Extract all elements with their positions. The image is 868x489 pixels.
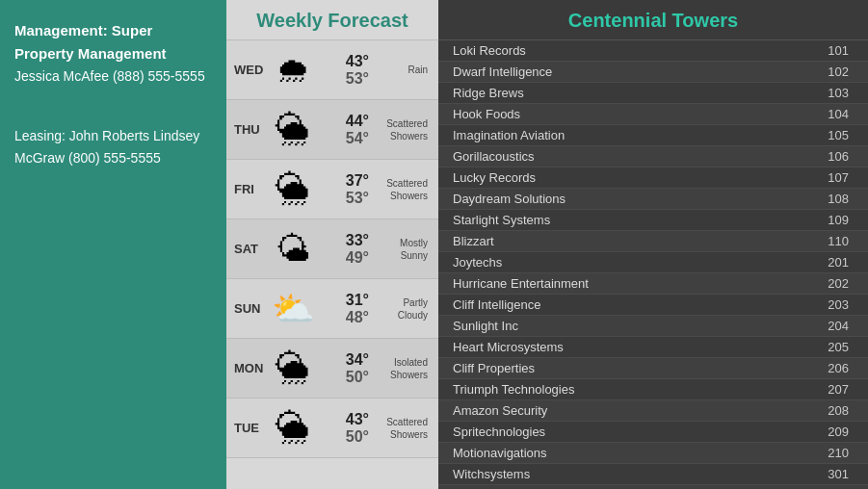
forecast-day: FRI	[234, 182, 265, 196]
forecast-icon: 🌦	[265, 166, 321, 214]
tenant-row: Gorillacoustics 106	[438, 146, 868, 167]
tenant-unit: 203	[810, 297, 849, 312]
tenant-name: Witchsystems	[453, 467, 810, 481]
tenants-header: Centennial Towers	[438, 0, 868, 40]
tenant-name: Amazon Security	[453, 403, 810, 418]
temp-low: 50°	[346, 369, 369, 386]
forecast-temps: 33° 49°	[321, 232, 369, 267]
tenant-row: Witchsystems 301	[438, 464, 868, 485]
forecast-desc: Partly Cloudy	[375, 296, 428, 322]
tenant-name: Cliff Intelligence	[453, 297, 810, 312]
tenant-row: Daydream Solutions 108	[438, 189, 868, 210]
forecast-header: Weekly Forecast	[226, 0, 438, 40]
forecast-row: WED 🌧 43° 53° Rain	[226, 40, 438, 100]
tenant-name: Triumph Technologies	[453, 382, 810, 397]
forecast-day: TUE	[234, 421, 265, 435]
tenant-row: Cliff Properties 206	[438, 358, 868, 379]
temp-high: 43°	[346, 411, 369, 428]
tenant-row: Hook Foods 104	[438, 104, 868, 125]
tenant-row: Amazon Security 208	[438, 400, 868, 422]
temp-low: 48°	[346, 309, 369, 326]
middle-panel: Weekly Forecast WED 🌧 43° 53° Rain THU 🌦…	[226, 0, 438, 489]
temp-high: 44°	[346, 113, 369, 130]
leasing-block: Leasing: John Roberts Lindsey McGraw (80…	[14, 125, 212, 168]
temp-low: 53°	[346, 70, 369, 88]
tenant-row: Loki Records 101	[438, 40, 868, 62]
forecast-row: THU 🌦 44° 54° Scattered Showers	[226, 100, 438, 160]
temp-high: 33°	[346, 232, 369, 249]
tenant-row: Starlight Systems 109	[438, 210, 868, 231]
forecast-icon: 🌦	[265, 106, 321, 154]
management-label: Management: Super Property Management	[14, 22, 167, 62]
forecast-icon: 🌦	[265, 345, 321, 393]
forecast-icon: 🌦	[265, 404, 321, 452]
forecast-icon: ⛅	[265, 285, 321, 333]
forecast-day: MON	[234, 361, 265, 375]
forecast-temps: 43° 53°	[321, 53, 369, 88]
tenant-name: Cliff Properties	[453, 361, 810, 375]
tenant-row: Ridge Brews 103	[438, 83, 868, 104]
leasing-label: Leasing: John Roberts Lindsey McGraw (80…	[14, 128, 199, 165]
tenant-name: Hook Foods	[453, 107, 810, 121]
tenant-row: Lucky Records 107	[438, 167, 868, 189]
temp-low: 54°	[346, 130, 369, 147]
right-panel: Centennial Towers Loki Records 101 Dwarf…	[438, 0, 868, 489]
tenant-name: Motionavigations	[453, 446, 810, 460]
temp-high: 43°	[346, 53, 369, 70]
temp-high: 34°	[346, 351, 369, 369]
tenant-unit: 110	[810, 234, 849, 248]
management-contact: Jessica McAfee (888) 555-5555	[14, 68, 205, 84]
tenant-unit: 205	[810, 340, 849, 354]
tenant-unit: 209	[810, 425, 849, 439]
forecast-temps: 43° 50°	[321, 411, 369, 446]
tenant-unit: 206	[810, 361, 849, 375]
forecast-row: SUN ⛅ 31° 48° Partly Cloudy	[226, 279, 438, 339]
tenant-name: Imagination Aviation	[453, 128, 810, 142]
tenant-name: Loki Records	[453, 43, 810, 58]
tenant-unit: 208	[810, 403, 849, 418]
tenant-unit: 107	[810, 170, 849, 185]
temp-low: 50°	[346, 428, 369, 446]
tenant-row: Hurricane Entertainment 202	[438, 273, 868, 295]
forecast-desc: Isolated Showers	[375, 356, 428, 381]
forecast-row: TUE 🌦 43° 50° Scattered Showers	[226, 399, 438, 458]
tenant-name: Spritechnologies	[453, 425, 810, 439]
tenant-name: Joytechs	[453, 255, 810, 270]
temp-high: 31°	[346, 292, 369, 309]
tenants-list: Loki Records 101 Dwarf Intelligence 102 …	[438, 40, 868, 489]
forecast-desc: Scattered Showers	[375, 117, 428, 142]
forecast-day: SAT	[234, 242, 265, 256]
tenant-row: Triumph Technologies 207	[438, 379, 868, 400]
forecast-temps: 44° 54°	[321, 113, 369, 147]
tenant-unit: 202	[810, 276, 849, 291]
tenant-row: Blizzart 110	[438, 231, 868, 252]
tenant-name: Blizzart	[453, 234, 810, 248]
forecast-icon: 🌧	[265, 46, 321, 94]
tenant-name: Sunlight Inc	[453, 319, 810, 333]
tenant-row: Motionavigations 210	[438, 443, 868, 464]
tenant-unit: 101	[810, 43, 849, 58]
forecast-row: SAT 🌤 33° 49° Mostly Sunny	[226, 219, 438, 279]
forecast-icon: 🌤	[265, 225, 321, 273]
tenant-unit: 103	[810, 86, 849, 100]
tenant-row: Imagination Aviation 105	[438, 125, 868, 146]
tenant-name: Gorillacoustics	[453, 149, 810, 164]
tenant-unit: 204	[810, 319, 849, 333]
tenant-row: Dwarf Intelligence 102	[438, 62, 868, 83]
tenant-name: Dwarf Intelligence	[453, 64, 810, 79]
tenant-unit: 108	[810, 192, 849, 206]
tenant-row: Spritechnologies 209	[438, 422, 868, 443]
tenant-unit: 104	[810, 107, 849, 121]
tenant-row: Cliff Intelligence 203	[438, 295, 868, 316]
temp-low: 53°	[346, 190, 369, 207]
tenant-row: Heart Microsystems 205	[438, 337, 868, 358]
forecast-desc: Scattered Showers	[375, 177, 428, 202]
temp-low: 49°	[346, 249, 369, 267]
management-block: Management: Super Property Management Je…	[14, 19, 212, 87]
forecast-temps: 31° 48°	[321, 292, 369, 326]
tenant-unit: 210	[810, 446, 849, 460]
forecast-desc: Scattered Showers	[375, 416, 428, 441]
forecast-list: WED 🌧 43° 53° Rain THU 🌦 44° 54° Scatter…	[226, 40, 438, 489]
tenant-unit: 109	[810, 213, 849, 227]
temp-high: 37°	[346, 172, 369, 190]
